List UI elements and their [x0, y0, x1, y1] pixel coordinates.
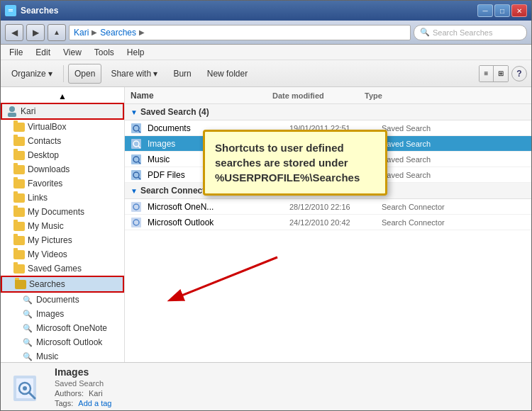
sidebar-kari-label: Kari — [21, 106, 35, 116]
group-saved-search-label: Saved Search (4) — [140, 107, 209, 117]
music-file-icon — [131, 154, 145, 165]
forward-button[interactable]: ▶ — [26, 24, 45, 41]
col-header-type[interactable]: Type — [365, 91, 526, 100]
search-placeholder: Search Searches — [433, 28, 492, 37]
new-folder-button[interactable]: New folder — [201, 64, 254, 84]
documents-search-icon: 🔍 — [22, 294, 33, 305]
window-controls: ─ □ ✕ — [477, 4, 527, 17]
minimize-button[interactable]: ─ — [477, 4, 493, 17]
explorer-window: Searches ─ □ ✕ ◀ ▶ ▲ Kari ▶ Searches ▶ 🔍… — [0, 0, 532, 411]
path-kari[interactable]: Kari — [74, 28, 89, 38]
sidebar-item-onenote-search[interactable]: 🔍 Microsoft OneNote — [1, 321, 124, 335]
authors-value: Kari — [89, 389, 103, 398]
sidebar-item-desktop[interactable]: Desktop — [1, 148, 124, 162]
sidebar-item-downloads[interactable]: Downloads — [1, 162, 124, 176]
maximize-button[interactable]: □ — [494, 4, 510, 17]
onenote-search-icon: 🔍 — [22, 322, 33, 334]
svg-rect-17 — [131, 202, 141, 212]
outlook-search-icon: 🔍 — [22, 337, 33, 348]
open-button[interactable]: Open — [68, 64, 101, 84]
path-sep-1: ▶ — [92, 28, 97, 36]
onenote-date: 28/12/2010 22:16 — [289, 203, 382, 211]
file-row-onenote[interactable]: Microsoft OneN... 28/12/2010 22:16 Searc… — [125, 199, 531, 215]
sidebar-item-mymusic[interactable]: My Music — [1, 219, 124, 233]
main-content: ▲ Kari VirtualBox Contacts Desktop — [1, 87, 531, 362]
svg-rect-2 — [9, 11, 13, 11]
outlook-file-icon — [131, 217, 145, 228]
close-button[interactable]: ✕ — [511, 4, 527, 17]
savedgames-folder-icon — [13, 263, 25, 274]
sidebar-item-savedgames[interactable]: Saved Games — [1, 261, 124, 276]
sidebar-images-label: Images — [36, 309, 64, 319]
up-button[interactable]: ▲ — [48, 24, 66, 41]
svg-line-22 — [171, 257, 277, 300]
onenote-name: Microsoft OneN... — [148, 202, 289, 212]
sidebar-item-searches[interactable]: Searches — [1, 276, 124, 293]
group-arrow-saved: ▼ — [131, 108, 138, 116]
search-box[interactable]: 🔍 Search Searches — [414, 25, 527, 40]
sidebar-item-mypictures[interactable]: My Pictures — [1, 233, 124, 247]
sidebar-item-music-search[interactable]: 🔍 Music — [1, 349, 124, 362]
music-search-icon: 🔍 — [22, 351, 33, 362]
sidebar-item-virtualbox[interactable]: VirtualBox — [1, 120, 124, 134]
sidebar-item-favorites[interactable]: Favorites — [1, 176, 124, 191]
callout-text: Shortcuts to user defined searches are s… — [215, 142, 360, 184]
searches-folder-icon — [15, 278, 26, 290]
svg-rect-19 — [131, 218, 141, 227]
mymusic-folder-icon — [13, 220, 25, 232]
sidebar-mymusic-label: My Music — [28, 221, 64, 231]
sidebar-mypictures-label: My Pictures — [28, 235, 72, 245]
sidebar-mydocuments-label: My Documents — [28, 207, 84, 217]
view-icons-button[interactable]: ⊞ — [494, 66, 508, 81]
address-bar: ◀ ▶ ▲ Kari ▶ Searches ▶ 🔍 Search Searche… — [1, 21, 531, 45]
file-row-outlook[interactable]: Microsoft Outlook 24/12/2010 20:42 Searc… — [125, 215, 531, 230]
svg-rect-4 — [8, 113, 16, 117]
address-path[interactable]: Kari ▶ Searches ▶ — [69, 25, 411, 40]
preview-details: Images Saved Search Authors: Kari Tags: … — [55, 366, 111, 407]
back-button[interactable]: ◀ — [5, 24, 23, 41]
menu-view[interactable]: View — [57, 46, 87, 59]
sidebar-item-kari[interactable]: Kari — [1, 103, 124, 120]
sidebar-scroll-up[interactable]: ▲ — [1, 90, 124, 103]
col-header-name[interactable]: Name — [131, 91, 272, 101]
contacts-folder-icon — [13, 135, 25, 147]
sidebar-item-documents-search[interactable]: 🔍 Documents — [1, 293, 124, 307]
myvideos-folder-icon — [13, 249, 25, 260]
sidebar-music-label: Music — [36, 351, 58, 361]
sidebar-item-links[interactable]: Links — [1, 191, 124, 205]
group-arrow-connector: ▼ — [131, 187, 138, 195]
svg-point-3 — [9, 106, 15, 112]
organize-button[interactable]: Organize ▾ — [5, 64, 59, 84]
sidebar-item-myvideos[interactable]: My Videos — [1, 247, 124, 261]
title-bar: Searches ─ □ ✕ — [1, 1, 531, 21]
virtualbox-folder-icon — [13, 121, 25, 133]
col-header-date[interactable]: Date modified — [272, 91, 365, 100]
sidebar-contacts-label: Contacts — [28, 136, 61, 146]
path-searches[interactable]: Searches — [100, 28, 136, 38]
menu-tools[interactable]: Tools — [89, 46, 120, 59]
view-details-button[interactable]: ≡ — [480, 66, 494, 81]
preview-bar: Images Saved Search Authors: Kari Tags: … — [1, 362, 531, 410]
tags-value[interactable]: Add a tag — [78, 399, 111, 407]
burn-button[interactable]: Burn — [167, 64, 197, 84]
downloads-folder-icon — [13, 164, 25, 175]
group-saved-search[interactable]: ▼ Saved Search (4) — [125, 104, 531, 120]
sidebar-virtualbox-label: VirtualBox — [28, 122, 66, 132]
help-button[interactable]: ? — [511, 66, 527, 81]
share-with-button[interactable]: Share with ▾ — [104, 64, 164, 84]
favorites-folder-icon — [13, 178, 25, 189]
pdf-file-icon — [131, 169, 145, 181]
menu-file[interactable]: File — [4, 46, 28, 59]
sidebar-links-label: Links — [28, 193, 48, 203]
menu-edit[interactable]: Edit — [30, 46, 56, 59]
sidebar-item-contacts[interactable]: Contacts — [1, 134, 124, 148]
sidebar-savedgames-label: Saved Games — [28, 264, 82, 274]
sidebar-item-outlook-search[interactable]: 🔍 Microsoft Outlook — [1, 335, 124, 349]
sidebar-outlook-label: Microsoft Outlook — [36, 337, 102, 347]
file-list: Name Date modified Type ▼ Saved Search (… — [125, 87, 531, 362]
menu-help[interactable]: Help — [121, 46, 150, 59]
window-icon — [5, 5, 16, 16]
sidebar-item-mydocuments[interactable]: My Documents — [1, 205, 124, 219]
sidebar-item-images-search[interactable]: 🔍 Images — [1, 307, 124, 321]
mydocuments-folder-icon — [13, 206, 25, 218]
